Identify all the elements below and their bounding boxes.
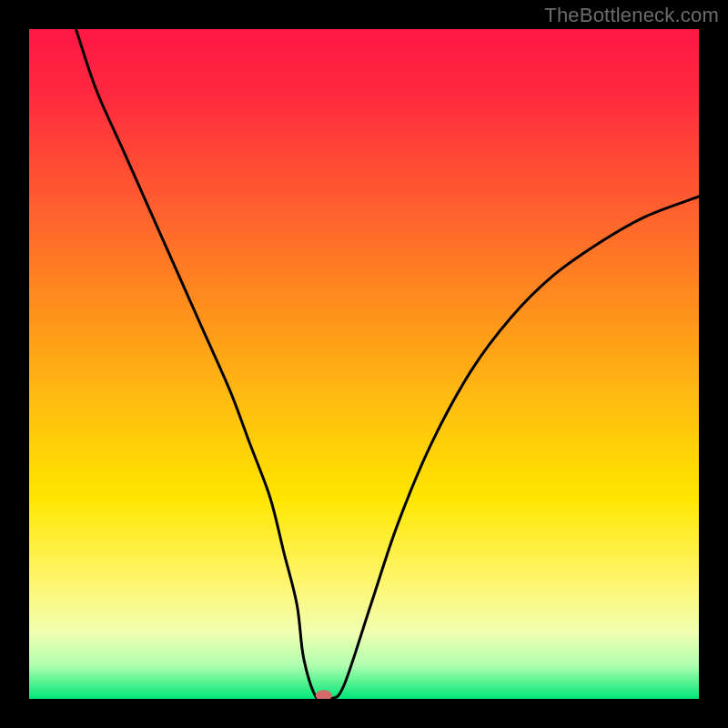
bottleneck-chart bbox=[0, 0, 728, 728]
minimum-marker-icon bbox=[316, 690, 332, 701]
plot-background bbox=[29, 29, 699, 699]
chart-frame: TheBottleneck.com bbox=[0, 0, 728, 728]
watermark-text: TheBottleneck.com bbox=[544, 4, 719, 27]
